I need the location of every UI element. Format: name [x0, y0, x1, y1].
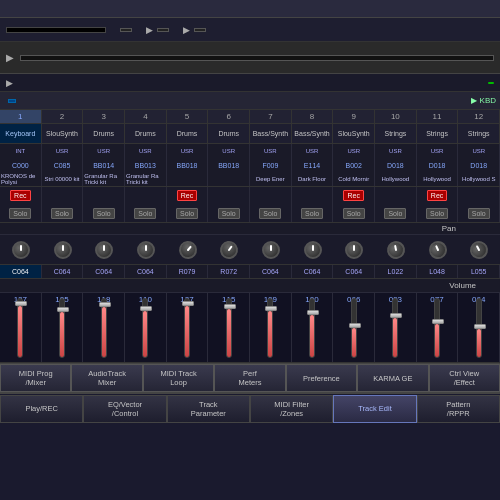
progname-9[interactable]: Hollywood	[375, 172, 417, 186]
pan-knob-5[interactable]	[217, 237, 242, 262]
nav-pattern-/rppr[interactable]: Pattern/RPPR	[417, 395, 500, 423]
tab-ctrl-view-/effect[interactable]: Ctrl View/Effect	[429, 364, 500, 392]
slider-thumb-5[interactable]	[224, 304, 236, 309]
pan-knob-1[interactable]	[54, 241, 72, 259]
solo-button-2[interactable]: Solo	[93, 208, 115, 219]
tab-midi-track-loop[interactable]: MIDI TrackLoop	[143, 364, 214, 392]
track-num-12[interactable]: 12	[458, 110, 500, 123]
slider-thumb-2[interactable]	[99, 302, 111, 307]
bankcode-7[interactable]: E114	[292, 158, 334, 172]
nav-track-edit[interactable]: Track Edit	[333, 395, 416, 423]
track-name-0[interactable]: Keyboard	[0, 124, 42, 143]
track-num-2[interactable]: 2	[42, 110, 84, 123]
track-name-4[interactable]: Drums	[167, 124, 209, 143]
solo-button-9[interactable]: Solo	[384, 208, 406, 219]
track-num-9[interactable]: 9	[333, 110, 375, 123]
track-num-6[interactable]: 6	[208, 110, 250, 123]
track-num-7[interactable]: 7	[250, 110, 292, 123]
slider-thumb-6[interactable]	[265, 306, 277, 311]
slider-thumb-9[interactable]	[390, 313, 402, 318]
bankcode-2[interactable]: BB014	[83, 158, 125, 172]
rec-button-8[interactable]: Rec	[343, 190, 363, 201]
bankcode-11[interactable]: D018	[458, 158, 500, 172]
bankcode-8[interactable]: B002	[333, 158, 375, 172]
progname-6[interactable]: Deep Ener	[250, 172, 292, 186]
bankcode-3[interactable]: BB013	[125, 158, 167, 172]
progname-2[interactable]: Granular Ra Tricki kit	[83, 172, 125, 186]
progname-0[interactable]: KRONOS de Polysi	[0, 172, 42, 186]
track-num-11[interactable]: 11	[417, 110, 459, 123]
pan-knob-7[interactable]	[304, 241, 322, 259]
track-name-8[interactable]: SlouSynth	[333, 124, 375, 143]
tab-audiotrack-mixer[interactable]: AudioTrackMixer	[71, 364, 142, 392]
bankcode-10[interactable]: D018	[417, 158, 459, 172]
song-name[interactable]	[20, 55, 494, 61]
song-arrow[interactable]: ▶	[6, 52, 14, 63]
bankcode-1[interactable]: C085	[42, 158, 84, 172]
track-num-5[interactable]: 5	[167, 110, 209, 123]
pan-knob-8[interactable]	[345, 241, 363, 259]
solo-button-0[interactable]: Solo	[9, 208, 31, 219]
pan-knob-3[interactable]	[137, 241, 155, 259]
solo-button-10[interactable]: Solo	[426, 208, 448, 219]
solo-button-5[interactable]: Solo	[218, 208, 240, 219]
pan-knob-0[interactable]	[12, 241, 30, 259]
nav-track-parameter[interactable]: TrackParameter	[167, 395, 250, 423]
progname-1[interactable]: Stri 00000 kit	[42, 172, 84, 186]
track-name-2[interactable]: Drums	[83, 124, 125, 143]
progname-4[interactable]	[167, 172, 209, 186]
slider-thumb-0[interactable]	[15, 301, 27, 306]
solo-button-8[interactable]: Solo	[343, 208, 365, 219]
solo-button-3[interactable]: Solo	[134, 208, 156, 219]
tab-karma-ge[interactable]: KARMA GE	[357, 364, 428, 392]
progname-3[interactable]: Granular Ra Tricki kit	[125, 172, 167, 186]
track-num-4[interactable]: 4	[125, 110, 167, 123]
tab-preference[interactable]: Preference	[286, 364, 357, 392]
pan-knob-11[interactable]	[467, 237, 491, 261]
track-name-10[interactable]: Strings	[417, 124, 459, 143]
rec-button-0[interactable]: Rec	[10, 190, 30, 201]
slider-thumb-11[interactable]	[474, 324, 486, 329]
slider-thumb-4[interactable]	[182, 301, 194, 306]
bankcode-0[interactable]: C000	[0, 158, 42, 172]
track-name-1[interactable]: SlouSynth	[42, 124, 84, 143]
nav-midi-filter-/zones[interactable]: MIDI Filter/Zones	[250, 395, 333, 423]
tab-midi-prog-/mixer[interactable]: MIDI Prog/Mixer	[0, 364, 71, 392]
track-name-6[interactable]: Bass/Synth	[250, 124, 292, 143]
track-num-8[interactable]: 8	[292, 110, 334, 123]
slider-thumb-1[interactable]	[57, 307, 69, 312]
track-name-11[interactable]: Strings	[458, 124, 500, 143]
progname-7[interactable]: Dark Floor	[292, 172, 334, 186]
solo-button-4[interactable]: Solo	[176, 208, 198, 219]
track-num-3[interactable]: 3	[83, 110, 125, 123]
track-name-7[interactable]: Bass/Synth	[292, 124, 334, 143]
solo-button-7[interactable]: Solo	[301, 208, 323, 219]
solo-button-1[interactable]: Solo	[51, 208, 73, 219]
track-num-10[interactable]: 10	[375, 110, 417, 123]
progname-11[interactable]: Hollywood S	[458, 172, 500, 186]
rec-button-10[interactable]: Rec	[427, 190, 447, 201]
nav-play/rec[interactable]: Play/REC	[0, 395, 83, 423]
pan-knob-2[interactable]	[95, 241, 113, 259]
slider-thumb-10[interactable]	[432, 319, 444, 324]
bankcode-6[interactable]: F009	[250, 158, 292, 172]
solo-button-11[interactable]: Solo	[468, 208, 490, 219]
track-name-9[interactable]: Strings	[375, 124, 417, 143]
slider-thumb-7[interactable]	[307, 310, 319, 315]
track-name-5[interactable]: Drums	[208, 124, 250, 143]
slider-thumb-3[interactable]	[140, 306, 152, 311]
pan-knob-4[interactable]	[175, 237, 200, 262]
bankcode-5[interactable]: BB018	[208, 158, 250, 172]
pan-knob-6[interactable]	[262, 241, 280, 259]
bankcode-4[interactable]: BB018	[167, 158, 209, 172]
track-num-1[interactable]: 1	[0, 110, 42, 123]
pan-knob-9[interactable]	[385, 239, 406, 260]
track-name-3[interactable]: Drums	[125, 124, 167, 143]
progname-5[interactable]	[208, 172, 250, 186]
nav-eq/vector-/control[interactable]: EQ/Vector/Control	[83, 395, 166, 423]
progname-10[interactable]: Hollywood	[417, 172, 459, 186]
progname-8[interactable]: Cold Mornir	[333, 172, 375, 186]
solo-button-6[interactable]: Solo	[259, 208, 281, 219]
slider-thumb-8[interactable]	[349, 323, 361, 328]
pan-knob-10[interactable]	[426, 238, 450, 262]
